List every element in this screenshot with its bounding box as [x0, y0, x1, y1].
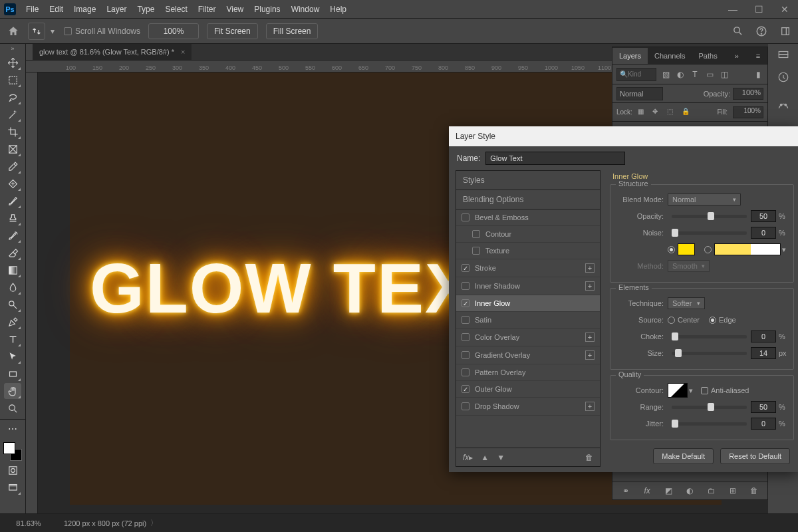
- range-slider[interactable]: [672, 406, 747, 409]
- styles-header[interactable]: Styles: [456, 171, 600, 190]
- size-input[interactable]: [751, 347, 776, 359]
- menu-plugins[interactable]: Plugins: [249, 2, 285, 17]
- group-icon[interactable]: 🗀: [706, 486, 718, 495]
- foreground-color-swatch[interactable]: [3, 442, 15, 454]
- effect-checkbox[interactable]: [462, 264, 469, 272]
- choke-input[interactable]: [751, 331, 776, 342]
- layer-name-input[interactable]: [485, 152, 625, 165]
- glow-color-swatch[interactable]: [678, 243, 695, 255]
- eyedropper-tool[interactable]: [4, 158, 21, 174]
- effect-checkbox[interactable]: [462, 368, 469, 376]
- effect-row-color-overlay[interactable]: Color Overlay+: [456, 329, 600, 346]
- zoom-tool[interactable]: [4, 400, 21, 416]
- layer-mask-icon[interactable]: ◩: [662, 486, 674, 495]
- gradient-dropdown-icon[interactable]: ▾: [782, 245, 786, 254]
- quick-mask-toggle[interactable]: [4, 462, 21, 478]
- lock-position-icon[interactable]: ✥: [652, 108, 662, 117]
- color-radio[interactable]: [668, 246, 675, 253]
- tab-scroll-left[interactable]: [26, 44, 33, 60]
- add-effect-icon[interactable]: +: [585, 402, 595, 411]
- menu-filter[interactable]: Filter: [194, 2, 221, 17]
- kind-filter-select[interactable]: 🔍 Kind: [616, 68, 656, 81]
- fill-screen-button[interactable]: Fill Screen: [266, 23, 319, 39]
- menu-type[interactable]: Type: [132, 2, 159, 17]
- add-effect-icon[interactable]: +: [585, 350, 595, 360]
- type-tool[interactable]: [4, 331, 21, 347]
- make-default-button[interactable]: Make Default: [653, 448, 714, 464]
- fx-menu-icon[interactable]: fx▸: [463, 453, 473, 462]
- chevron-down-icon[interactable]: ▾: [49, 23, 56, 39]
- delete-layer-icon[interactable]: 🗑: [748, 486, 760, 495]
- fill-field[interactable]: 100%: [733, 106, 763, 118]
- add-effect-icon[interactable]: +: [585, 281, 595, 291]
- lasso-tool[interactable]: [4, 89, 21, 105]
- effect-checkbox[interactable]: [462, 333, 469, 341]
- minimize-button[interactable]: —: [728, 4, 737, 15]
- more-tools[interactable]: ⋯: [4, 421, 21, 437]
- effect-checkbox[interactable]: [472, 230, 480, 238]
- effect-checkbox[interactable]: [462, 385, 469, 393]
- zoom-readout[interactable]: 81.63%: [5, 519, 52, 527]
- tab-channels[interactable]: Channels: [648, 48, 692, 64]
- filter-smart-icon[interactable]: ◫: [719, 69, 730, 80]
- opacity-slider[interactable]: [672, 215, 747, 218]
- stamp-tool[interactable]: [4, 210, 21, 226]
- close-button[interactable]: ✕: [781, 4, 789, 15]
- menu-layer[interactable]: Layer: [102, 2, 131, 17]
- toolbox-collapse[interactable]: »: [0, 44, 25, 53]
- effect-checkbox[interactable]: [462, 299, 469, 307]
- move-down-icon[interactable]: ▼: [497, 453, 505, 462]
- gradient-radio[interactable]: [704, 246, 712, 253]
- aa-checkbox[interactable]: [701, 387, 708, 394]
- path-select-tool[interactable]: [4, 348, 21, 364]
- new-layer-icon[interactable]: ⊞: [727, 486, 739, 495]
- link-layers-icon[interactable]: ⚭: [620, 486, 632, 495]
- screen-mode-toggle[interactable]: [4, 479, 21, 495]
- effect-checkbox[interactable]: [462, 213, 469, 221]
- menu-file[interactable]: File: [21, 2, 43, 17]
- history-brush-tool[interactable]: [4, 227, 21, 243]
- adjustments-panel-icon[interactable]: [775, 97, 792, 110]
- fit-screen-button[interactable]: Fit Screen: [207, 23, 258, 39]
- noise-input[interactable]: [751, 227, 776, 239]
- home-icon[interactable]: [5, 23, 21, 39]
- eraser-tool[interactable]: [4, 245, 21, 261]
- contour-dropdown-icon[interactable]: ▾: [689, 386, 693, 395]
- effect-row-outer-glow[interactable]: Outer Glow: [456, 381, 600, 398]
- effect-row-contour[interactable]: Contour: [456, 226, 600, 243]
- blending-options-row[interactable]: Blending Options: [456, 190, 600, 209]
- tab-paths[interactable]: Paths: [692, 48, 724, 64]
- help-icon[interactable]: [754, 24, 769, 39]
- pen-tool[interactable]: [4, 314, 21, 330]
- rectangle-tool[interactable]: [4, 366, 21, 382]
- range-input[interactable]: [751, 401, 776, 413]
- dialog-title-bar[interactable]: Layer Style: [449, 126, 798, 146]
- opacity-input[interactable]: [751, 210, 776, 222]
- filter-type-icon[interactable]: T: [690, 69, 700, 80]
- technique-select[interactable]: Softer▾: [668, 297, 705, 309]
- menu-help[interactable]: Help: [325, 2, 351, 17]
- frame-tool[interactable]: [4, 141, 21, 157]
- search-icon[interactable]: [730, 24, 745, 39]
- add-effect-icon[interactable]: +: [585, 332, 595, 342]
- filter-pixel-icon[interactable]: ▧: [660, 69, 671, 80]
- close-tab-icon[interactable]: ×: [181, 48, 185, 56]
- lock-all-icon[interactable]: 🔒: [682, 108, 691, 117]
- effect-row-bevel-emboss[interactable]: Bevel & Emboss: [456, 209, 600, 226]
- effect-row-gradient-overlay[interactable]: Gradient Overlay+: [456, 346, 600, 364]
- blend-mode-select[interactable]: Normal: [616, 87, 663, 100]
- glow-gradient-swatch[interactable]: [714, 243, 781, 255]
- opacity-field[interactable]: 100%: [733, 88, 763, 100]
- color-panel-icon[interactable]: [775, 48, 792, 61]
- adjustment-layer-icon[interactable]: ◐: [684, 486, 696, 495]
- effect-checkbox[interactable]: [462, 282, 469, 290]
- layer-fx-icon[interactable]: fx: [641, 486, 653, 495]
- marquee-tool[interactable]: [4, 72, 21, 88]
- effect-row-stroke[interactable]: Stroke+: [456, 259, 600, 277]
- workspace-icon[interactable]: [778, 24, 793, 39]
- document-tab[interactable]: glow text @ 81.6% (Glow Text, RGB/8#) * …: [33, 44, 192, 60]
- lock-artboard-icon[interactable]: ⬚: [667, 108, 676, 117]
- effect-checkbox[interactable]: [462, 316, 469, 324]
- menu-view[interactable]: View: [221, 2, 248, 17]
- panel-menu-icon[interactable]: ≡: [749, 48, 767, 64]
